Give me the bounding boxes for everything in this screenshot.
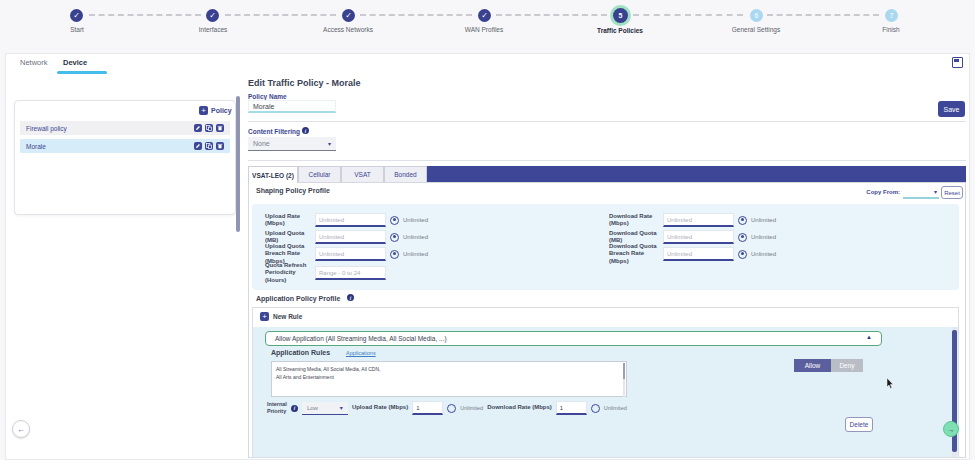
trash-icon xyxy=(217,143,223,149)
info-icon[interactable]: i xyxy=(302,127,309,134)
step-label-start: Start xyxy=(32,26,122,33)
dropdown-value: Low xyxy=(307,405,318,411)
edit-policy-icon[interactable] xyxy=(194,124,202,132)
step-number: 7 xyxy=(890,12,894,19)
download-breach-rate-input[interactable] xyxy=(663,247,734,261)
page-title: Edit Traffic Policy - Morale xyxy=(248,78,361,88)
pencil-icon xyxy=(195,125,201,131)
info-icon[interactable]: i xyxy=(347,294,354,301)
unlimited-radio[interactable] xyxy=(591,404,600,413)
delete-policy-icon[interactable] xyxy=(216,142,224,150)
delete-rule-button[interactable]: Delete xyxy=(845,417,873,432)
reset-button[interactable]: Reset xyxy=(941,186,963,199)
upload-rate-input[interactable] xyxy=(315,213,386,227)
add-policy-button[interactable]: Policy xyxy=(211,107,232,114)
trash-icon xyxy=(217,125,223,131)
rule-download-rate-input[interactable] xyxy=(556,401,587,415)
field-download-rate: Download Rate (Mbps) Unlimited xyxy=(609,212,794,228)
delete-policy-icon[interactable] xyxy=(216,124,224,132)
tab-bonded[interactable]: Bonded xyxy=(384,166,427,182)
dropdown-value: None xyxy=(253,140,270,147)
step-connector xyxy=(225,14,336,16)
step-circle-traffic-policies[interactable]: 5 xyxy=(613,8,628,23)
app-root: ✓ Start ✓ Interfaces ✓ Access Networks ✓… xyxy=(0,0,975,460)
priority-dropdown[interactable]: Low ▾ xyxy=(302,402,348,415)
unlimited-radio[interactable] xyxy=(390,233,399,242)
upload-breach-rate-input[interactable] xyxy=(315,247,386,261)
step-number: 6 xyxy=(755,12,759,19)
step-connector xyxy=(496,14,607,16)
radio-label: Unlimited xyxy=(403,217,428,223)
unlimited-radio[interactable] xyxy=(738,233,747,242)
new-rule-button[interactable]: New Rule xyxy=(273,313,302,320)
allow-toggle-button[interactable]: Allow xyxy=(794,359,831,372)
rule-header[interactable]: Allow Application (All Streaming Media, … xyxy=(265,331,882,346)
quota-refresh-input[interactable] xyxy=(315,266,386,280)
tab-cellular[interactable]: Cellular xyxy=(298,166,341,182)
textarea-scrollbar[interactable] xyxy=(623,363,625,397)
radio-label: Unlimited xyxy=(751,217,776,223)
unlimited-radio[interactable] xyxy=(390,250,399,259)
field-label: Quota Refresh Periodicity (Hours) xyxy=(265,262,311,284)
copy-from-label: Copy From: xyxy=(858,189,900,195)
step-number: 5 xyxy=(619,12,623,19)
field-label: Download Rate (Mbps) xyxy=(609,213,659,227)
tab-vsat[interactable]: VSAT xyxy=(341,166,384,182)
step-label-access-networks: Access Networks xyxy=(303,26,393,33)
next-button[interactable]: → xyxy=(943,421,959,437)
radio-label: Unlimited xyxy=(751,251,776,257)
policy-name-input[interactable] xyxy=(248,100,336,113)
applications-link[interactable]: Applications xyxy=(346,350,376,356)
copy-icon xyxy=(206,143,212,149)
step-label-general-settings: General Settings xyxy=(711,26,801,33)
copy-policy-icon[interactable] xyxy=(205,124,213,132)
application-rules-textarea[interactable]: All Streaming Media, All Social Media, A… xyxy=(271,361,627,397)
rule-upload-rate-input[interactable] xyxy=(412,401,443,415)
step-circle-wan-profiles[interactable]: ✓ xyxy=(478,9,491,22)
unlimited-radio[interactable] xyxy=(738,250,747,259)
radio-label: Unlimited xyxy=(403,234,428,240)
download-rate-input[interactable] xyxy=(663,213,734,227)
download-quota-input[interactable] xyxy=(663,230,734,244)
field-label: Download Quota (MB) xyxy=(609,230,659,244)
copy-from-dropdown[interactable]: ▾ xyxy=(903,186,939,199)
step-circle-access-networks[interactable]: ✓ xyxy=(342,9,355,22)
back-button[interactable]: ← xyxy=(12,420,30,438)
unlimited-radio[interactable] xyxy=(447,404,456,413)
application-rules-text: All Streaming Media, All Social Media, A… xyxy=(276,365,386,381)
next-arrow-icon: → xyxy=(948,426,955,433)
tabbar-filler xyxy=(427,166,966,182)
save-button[interactable]: Save xyxy=(938,101,965,117)
unlimited-radio[interactable] xyxy=(390,216,399,225)
info-icon[interactable]: i xyxy=(291,405,298,412)
content-filtering-dropdown[interactable]: None ▾ xyxy=(248,137,336,151)
internal-priority-label: Internal Priority xyxy=(267,401,287,414)
shaping-title: Shaping Policy Profile xyxy=(256,187,330,194)
step-connector xyxy=(360,14,472,16)
chevron-down-icon: ▾ xyxy=(328,140,331,147)
panel-toggle-icon[interactable] xyxy=(952,57,963,68)
collapse-icon[interactable]: ▲ xyxy=(866,334,872,340)
panel-scrollbar[interactable] xyxy=(236,96,240,232)
step-circle-interfaces[interactable]: ✓ xyxy=(206,9,219,22)
policy-list-panel xyxy=(14,100,236,215)
field-label: Download Quota Breach Rate (Mbps) xyxy=(609,243,659,265)
deny-toggle-button[interactable]: Deny xyxy=(831,359,863,372)
step-circle-general-settings[interactable]: 6 xyxy=(750,9,763,22)
copy-policy-icon[interactable] xyxy=(205,142,213,150)
step-circle-finish[interactable]: 7 xyxy=(885,9,898,22)
tab-device[interactable]: Device xyxy=(63,58,87,67)
rules-scrollbar-track[interactable] xyxy=(952,327,957,457)
tab-vsat-leo[interactable]: VSAT-LEO (2) xyxy=(248,166,298,183)
edit-policy-icon[interactable] xyxy=(194,142,202,150)
tab-network[interactable]: Network xyxy=(20,58,48,67)
rule-download-rate-label: Download Rate (Mbps) xyxy=(487,404,552,411)
field-upload-rate: Upload Rate (Mbps) Unlimited xyxy=(265,212,445,228)
rule-upload-rate-label: Upload Rate (Mbps) xyxy=(352,404,408,411)
unlimited-radio[interactable] xyxy=(738,216,747,225)
check-icon: ✓ xyxy=(481,11,488,20)
step-circle-start[interactable]: ✓ xyxy=(70,9,83,22)
upload-quota-input[interactable] xyxy=(315,230,386,244)
radio-label: Unlimited xyxy=(460,405,483,411)
divider xyxy=(248,121,966,122)
